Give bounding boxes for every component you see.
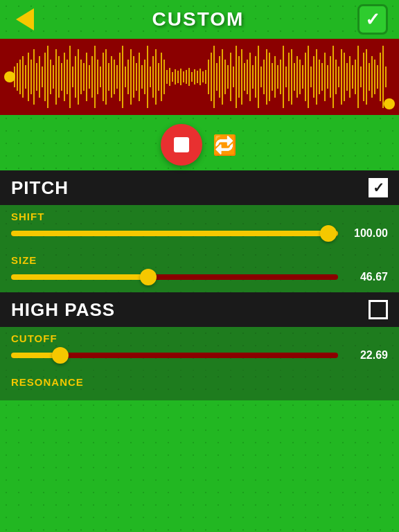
highpass-cutoff-slider[interactable]: [11, 348, 338, 362]
pitch-shift-label: SHIFT: [11, 211, 388, 222]
svg-rect-4: [25, 65, 26, 89]
playback-controls: 🔁: [0, 115, 399, 170]
svg-rect-106: [308, 46, 309, 108]
svg-rect-123: [355, 60, 356, 94]
svg-rect-93: [272, 63, 273, 91]
waveform-display: [0, 39, 399, 115]
highpass-section-header: HIGH PASS: [0, 292, 399, 327]
svg-rect-105: [305, 53, 306, 101]
pitch-enable-checkbox[interactable]: [369, 178, 388, 197]
svg-rect-79: [233, 66, 234, 87]
highpass-cutoff-row: 22.69: [11, 348, 388, 362]
pitch-size-section: SIZE 46.67: [0, 249, 399, 292]
highpass-enable-checkbox[interactable]: [369, 300, 388, 319]
svg-rect-42: [130, 49, 132, 105]
svg-rect-117: [338, 66, 339, 87]
highpass-section-title: HIGH PASS: [11, 299, 115, 321]
svg-rect-60: [180, 69, 181, 85]
back-button[interactable]: [11, 6, 39, 33]
svg-rect-133: [382, 46, 384, 108]
svg-rect-37: [116, 65, 118, 89]
svg-rect-10: [42, 66, 43, 87]
stop-record-button[interactable]: [161, 124, 202, 166]
svg-rect-86: [252, 65, 254, 89]
page-title: CUSTOM: [152, 8, 245, 30]
svg-rect-54: [163, 60, 165, 94]
svg-rect-47: [144, 60, 145, 94]
svg-rect-70: [208, 60, 209, 94]
svg-rect-80: [236, 46, 237, 108]
svg-rect-94: [274, 56, 276, 98]
checkmark-icon: ✓: [365, 10, 380, 28]
svg-rect-75: [222, 49, 223, 105]
done-button[interactable]: ✓: [357, 4, 388, 35]
svg-rect-77: [227, 65, 229, 89]
svg-rect-24: [80, 60, 82, 94]
svg-rect-27: [89, 65, 90, 89]
svg-rect-128: [369, 63, 370, 91]
svg-rect-72: [213, 46, 215, 108]
svg-rect-111: [321, 63, 323, 91]
svg-rect-78: [230, 53, 231, 101]
svg-rect-14: [53, 65, 54, 89]
svg-rect-101: [294, 63, 295, 91]
svg-rect-35: [111, 56, 112, 98]
pitch-size-value: 46.67: [346, 271, 388, 283]
svg-rect-83: [244, 63, 245, 91]
svg-rect-13: [50, 60, 51, 94]
svg-rect-36: [114, 60, 115, 94]
svg-rect-92: [269, 53, 270, 101]
svg-rect-67: [200, 69, 201, 85]
svg-rect-120: [346, 63, 348, 91]
svg-rect-1: [17, 63, 18, 91]
pitch-shift-slider[interactable]: [11, 227, 338, 240]
svg-rect-132: [380, 53, 381, 101]
waveform-handle-right[interactable]: [384, 98, 395, 109]
svg-rect-45: [139, 53, 140, 101]
svg-rect-103: [299, 60, 301, 94]
svg-rect-61: [183, 71, 184, 82]
svg-rect-40: [125, 66, 126, 87]
svg-rect-23: [78, 49, 79, 105]
svg-rect-39: [122, 46, 123, 108]
svg-rect-9: [39, 56, 40, 98]
waveform-handle-left[interactable]: [4, 71, 15, 82]
svg-rect-74: [219, 56, 220, 98]
svg-rect-89: [260, 66, 262, 87]
svg-rect-124: [357, 46, 359, 108]
svg-rect-65: [194, 69, 195, 85]
pitch-shift-section: SHIFT 100.00: [0, 205, 399, 249]
svg-rect-2: [19, 60, 21, 94]
svg-rect-57: [172, 72, 173, 82]
pitch-size-slider[interactable]: [11, 270, 338, 284]
svg-rect-16: [58, 56, 60, 98]
svg-rect-32: [103, 53, 104, 101]
pitch-size-label: SIZE: [11, 254, 388, 266]
redo-button[interactable]: 🔁: [211, 131, 238, 159]
svg-rect-126: [363, 53, 364, 101]
svg-rect-84: [247, 60, 248, 94]
svg-rect-109: [316, 49, 317, 105]
redo-icon: 🔁: [213, 134, 237, 157]
svg-rect-30: [97, 60, 98, 94]
svg-rect-48: [147, 46, 148, 108]
svg-rect-71: [211, 53, 212, 101]
svg-rect-53: [161, 53, 162, 101]
svg-rect-11: [44, 53, 46, 101]
svg-rect-17: [61, 63, 62, 91]
svg-rect-87: [255, 56, 256, 98]
svg-rect-22: [75, 56, 76, 98]
svg-rect-85: [249, 53, 251, 101]
svg-rect-104: [302, 65, 303, 89]
svg-rect-58: [175, 69, 176, 85]
svg-rect-116: [335, 60, 337, 94]
highpass-cutoff-section: CUTOFF 22.69: [0, 327, 399, 371]
svg-rect-76: [224, 60, 226, 94]
svg-rect-134: [385, 66, 387, 87]
svg-rect-99: [288, 53, 290, 101]
svg-rect-8: [36, 63, 37, 91]
svg-rect-102: [296, 56, 298, 98]
svg-rect-115: [332, 46, 334, 108]
svg-rect-5: [28, 53, 29, 101]
highpass-cutoff-label: CUTOFF: [11, 332, 388, 344]
